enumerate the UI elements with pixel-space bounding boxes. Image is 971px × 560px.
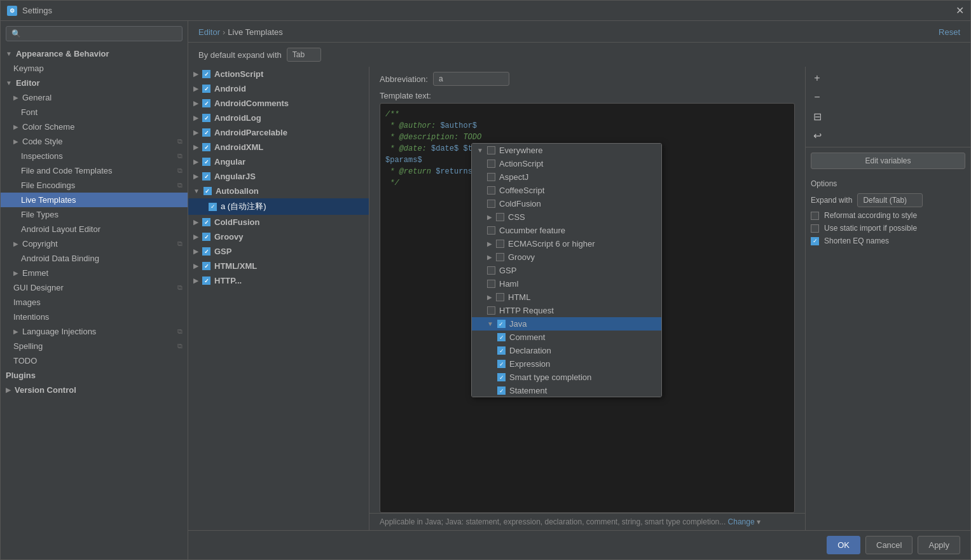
- ctx-item-java[interactable]: ▼ ✓ Java: [472, 317, 661, 331]
- sidebar-item-general[interactable]: ▶ General: [1, 90, 188, 105]
- tpl-group-htmlxml[interactable]: ▶ ✓ HTML/XML: [188, 259, 369, 273]
- sidebar-item-plugins[interactable]: Plugins: [1, 368, 188, 383]
- tpl-checkbox-http[interactable]: ✓: [202, 277, 210, 285]
- tpl-checkbox-angular[interactable]: ✓: [202, 158, 210, 166]
- ctx-checkbox-haml[interactable]: [487, 280, 495, 288]
- ctx-checkbox-java-expression[interactable]: ✓: [497, 360, 506, 368]
- ctx-checkbox-java-smarttype[interactable]: ✓: [497, 373, 506, 381]
- expand-with-select[interactable]: Default (Tab): [857, 193, 923, 207]
- tpl-group-androidparcelable[interactable]: ▶ ✓ AndroidParcelable: [188, 125, 369, 140]
- sidebar-item-gui-designer[interactable]: GUI Designer ⧉: [1, 280, 188, 295]
- ctx-checkbox-java-comment[interactable]: ✓: [497, 333, 506, 341]
- ctx-item-aspectj[interactable]: AspectJ: [472, 170, 661, 184]
- tpl-group-coldfusion[interactable]: ▶ ✓ ColdFusion: [188, 215, 369, 229]
- sidebar-item-file-code-templates[interactable]: File and Code Templates ⧉: [1, 163, 188, 178]
- sidebar-item-android-data-binding[interactable]: Android Data Binding: [1, 251, 188, 266]
- change-link[interactable]: Change: [728, 517, 755, 526]
- sidebar-item-inspections[interactable]: Inspections ⧉: [1, 149, 188, 163]
- add-button[interactable]: +: [808, 69, 826, 87]
- reformat-checkbox[interactable]: [811, 212, 819, 220]
- ctx-item-java-comment[interactable]: ✓ Comment: [472, 331, 661, 344]
- ctx-checkbox-html[interactable]: [496, 293, 504, 301]
- copy-button[interactable]: ⊟: [808, 107, 826, 125]
- tpl-checkbox-androidparcelable[interactable]: ✓: [202, 128, 210, 137]
- ctx-item-groovy[interactable]: ▶ Groovy: [472, 250, 661, 264]
- sidebar-item-version-control[interactable]: ▶ Version Control: [1, 383, 188, 397]
- abbreviation-input[interactable]: [433, 72, 509, 86]
- ctx-checkbox-cucumber[interactable]: [487, 226, 495, 235]
- sidebar-item-appearance[interactable]: ▼ Appearance & Behavior: [1, 46, 188, 61]
- ctx-checkbox-actionscript[interactable]: [487, 160, 495, 168]
- tpl-checkbox-groovy[interactable]: ✓: [202, 233, 210, 241]
- ctx-checkbox-java[interactable]: ✓: [497, 320, 506, 328]
- ctx-item-coldfusion[interactable]: ColdFusion: [472, 197, 661, 210]
- tpl-group-androidlog[interactable]: ▶ ✓ AndroidLog: [188, 111, 369, 125]
- shorten-eq-checkbox[interactable]: ✓: [811, 237, 819, 245]
- expand-dropdown[interactable]: Tab: [287, 48, 321, 62]
- ctx-checkbox-everywhere[interactable]: [487, 146, 495, 154]
- ctx-checkbox-java-declaration[interactable]: ✓: [497, 346, 506, 355]
- restore-button[interactable]: ↩: [808, 126, 826, 144]
- sidebar-item-images[interactable]: Images: [1, 295, 188, 310]
- tpl-checkbox-actionscript[interactable]: ✓: [202, 70, 210, 78]
- ctx-checkbox-css[interactable]: [496, 213, 504, 221]
- sidebar-item-copyright[interactable]: ▶ Copyright ⧉: [1, 236, 188, 251]
- ctx-item-haml[interactable]: Haml: [472, 277, 661, 290]
- ctx-checkbox-coffeescript[interactable]: [487, 186, 495, 195]
- ctx-checkbox-aspectj[interactable]: [487, 173, 495, 181]
- sidebar-item-editor[interactable]: ▼ Editor: [1, 76, 188, 90]
- sidebar-item-file-encodings[interactable]: File Encodings ⧉: [1, 178, 188, 193]
- tpl-checkbox-a[interactable]: ✓: [209, 203, 217, 211]
- tpl-checkbox-autoballon[interactable]: ✓: [203, 187, 212, 195]
- tpl-group-android[interactable]: ▶ ✓ Android: [188, 81, 369, 96]
- sidebar-item-keymap[interactable]: Keymap: [1, 61, 188, 76]
- tpl-checkbox-androidcomments[interactable]: ✓: [202, 99, 210, 107]
- ctx-item-java-smarttype[interactable]: ✓ Smart type completion: [472, 371, 661, 384]
- tpl-group-http[interactable]: ▶ ✓ HTTP...: [188, 273, 369, 288]
- tpl-checkbox-htmlxml[interactable]: ✓: [202, 262, 210, 270]
- ctx-checkbox-ecmascript6[interactable]: [496, 240, 504, 248]
- search-input[interactable]: [6, 26, 182, 41]
- close-button[interactable]: ✕: [956, 4, 964, 17]
- sidebar-item-intentions[interactable]: Intentions: [1, 310, 188, 324]
- tpl-checkbox-gsp[interactable]: ✓: [202, 247, 210, 256]
- apply-button[interactable]: Apply: [918, 536, 960, 554]
- ctx-item-cucumber[interactable]: Cucumber feature: [472, 224, 661, 237]
- tpl-group-angular[interactable]: ▶ ✓ Angular: [188, 154, 369, 169]
- cancel-button[interactable]: Cancel: [865, 536, 912, 554]
- ctx-checkbox-httprequest[interactable]: [487, 306, 495, 315]
- ctx-item-httprequest[interactable]: HTTP Request: [472, 304, 661, 317]
- static-import-checkbox[interactable]: [811, 224, 819, 233]
- edit-variables-button[interactable]: Edit variables: [811, 153, 965, 169]
- tpl-group-actionscript[interactable]: ▶ ✓ ActionScript: [188, 67, 369, 81]
- ctx-item-java-declaration[interactable]: ✓ Declaration: [472, 344, 661, 357]
- ctx-item-coffeescript[interactable]: CoffeeScript: [472, 184, 661, 197]
- sidebar-item-file-types[interactable]: File Types: [1, 207, 188, 222]
- tpl-checkbox-angularjs[interactable]: ✓: [202, 172, 210, 181]
- ctx-item-java-expression[interactable]: ✓ Expression: [472, 357, 661, 371]
- tpl-checkbox-androidxml[interactable]: ✓: [202, 143, 210, 151]
- sidebar-item-code-style[interactable]: ▶ Code Style ⧉: [1, 134, 188, 149]
- tpl-group-groovy[interactable]: ▶ ✓ Groovy: [188, 229, 369, 244]
- tpl-group-angularjs[interactable]: ▶ ✓ AngularJS: [188, 169, 369, 184]
- ctx-item-actionscript[interactable]: ActionScript: [472, 157, 661, 170]
- sidebar-item-live-templates[interactable]: Live Templates: [1, 193, 188, 207]
- remove-button[interactable]: −: [808, 88, 826, 106]
- ctx-checkbox-java-statement[interactable]: ✓: [497, 386, 506, 395]
- ctx-item-ecmascript6[interactable]: ▶ ECMAScript 6 or higher: [472, 237, 661, 250]
- ctx-item-html[interactable]: ▶ HTML: [472, 290, 661, 304]
- sidebar-item-font[interactable]: Font: [1, 105, 188, 120]
- tpl-group-androidcomments[interactable]: ▶ ✓ AndroidComments: [188, 96, 369, 111]
- sidebar-item-spelling[interactable]: Spelling ⧉: [1, 339, 188, 353]
- ctx-checkbox-groovy[interactable]: [496, 253, 504, 261]
- ctx-checkbox-gsp[interactable]: [487, 266, 495, 275]
- sidebar-item-emmet[interactable]: ▶ Emmet: [1, 266, 188, 280]
- tpl-checkbox-android[interactable]: ✓: [202, 85, 210, 93]
- sidebar-item-color-scheme[interactable]: ▶ Color Scheme: [1, 120, 188, 134]
- sidebar-item-language-injections[interactable]: ▶ Language Injections ⧉: [1, 324, 188, 339]
- ctx-item-gsp[interactable]: GSP: [472, 264, 661, 277]
- tpl-item-autoballon-a[interactable]: ✓ a (自动注释): [188, 198, 369, 215]
- breadcrumb-editor[interactable]: Editor: [198, 27, 220, 37]
- ctx-item-everywhere[interactable]: ▼ Everywhere: [472, 144, 661, 157]
- reset-link[interactable]: Reset: [939, 27, 960, 37]
